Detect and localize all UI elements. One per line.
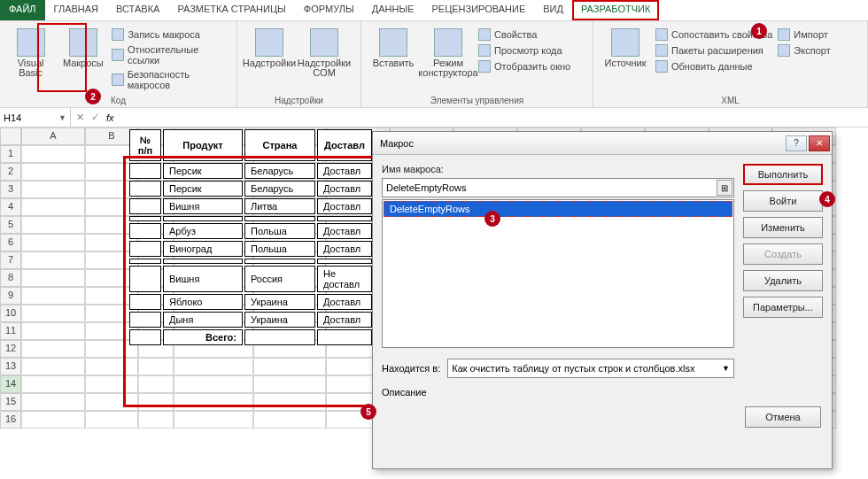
table-cell[interactable] — [317, 259, 372, 264]
cell[interactable] — [85, 358, 138, 375]
table-cell[interactable]: Персик — [163, 181, 243, 197]
row-header[interactable]: 12 — [0, 340, 21, 358]
cell[interactable] — [85, 411, 138, 429]
table-cell[interactable] — [163, 216, 243, 221]
step-button[interactable]: Войти — [743, 190, 823, 212]
cell[interactable] — [174, 358, 253, 375]
table-cell[interactable] — [129, 294, 161, 310]
xml-source-button[interactable]: Источник — [601, 25, 650, 94]
table-cell[interactable] — [244, 329, 315, 345]
table-cell[interactable]: Виноград — [163, 241, 243, 257]
tab-data[interactable]: ДАННЫЕ — [363, 0, 423, 20]
cell[interactable] — [21, 322, 85, 340]
table-cell[interactable]: Польша — [244, 223, 315, 239]
row-header[interactable]: 16 — [0, 411, 21, 429]
map-props-button[interactable]: Сопоставить свойства — [655, 28, 772, 41]
table-cell[interactable] — [317, 329, 372, 345]
select-all-corner[interactable] — [0, 127, 21, 145]
row-header[interactable]: 1 — [0, 145, 21, 163]
table-cell[interactable]: Арбуз — [163, 223, 243, 239]
table-cell[interactable] — [244, 216, 315, 221]
row-header[interactable]: 7 — [0, 251, 21, 269]
cell[interactable] — [253, 393, 326, 411]
dialog-titlebar[interactable]: Макрос ? ✕ — [373, 132, 832, 155]
table-cell[interactable]: Доставл — [317, 198, 372, 214]
table-cell[interactable]: Доставл — [317, 223, 372, 239]
expansion-packs-button[interactable]: Пакеты расширения — [655, 44, 772, 57]
table-cell[interactable] — [129, 198, 161, 214]
table-cell[interactable] — [129, 223, 161, 239]
cell[interactable] — [21, 411, 85, 429]
delete-button[interactable]: Удалить — [743, 270, 823, 291]
cell[interactable] — [21, 181, 85, 198]
table-cell[interactable] — [129, 259, 161, 264]
options-button[interactable]: Параметры... — [743, 297, 823, 318]
cell[interactable] — [21, 358, 85, 375]
visual-basic-button[interactable]: Visual Basic — [7, 25, 54, 94]
table-cell[interactable]: Доставл — [317, 312, 372, 328]
cell[interactable] — [85, 375, 138, 393]
row-header[interactable]: 11 — [0, 322, 21, 340]
row-header[interactable]: 4 — [0, 198, 21, 216]
cell[interactable] — [138, 375, 174, 393]
cancel-button[interactable]: Отмена — [745, 406, 821, 428]
cell[interactable] — [253, 358, 326, 375]
table-cell[interactable] — [317, 216, 372, 221]
row-header[interactable]: 14 — [0, 375, 21, 393]
tab-home[interactable]: ГЛАВНАЯ — [45, 0, 107, 20]
table-cell[interactable]: Доставл — [317, 294, 372, 310]
column-header[interactable]: A — [21, 127, 85, 145]
table-cell[interactable]: Яблоко — [163, 294, 243, 310]
table-cell[interactable]: Литва — [244, 198, 315, 214]
edit-button[interactable]: Изменить — [743, 217, 823, 238]
table-cell[interactable]: Персик — [163, 163, 243, 179]
cell[interactable] — [253, 375, 326, 393]
name-box[interactable]: H14▼ — [0, 108, 71, 127]
row-header[interactable]: 2 — [0, 163, 21, 181]
macro-security-button[interactable]: Безопасность макросов — [112, 69, 229, 90]
help-button[interactable]: ? — [786, 135, 807, 151]
cell[interactable] — [21, 145, 85, 163]
table-cell[interactable]: Вишня — [163, 198, 243, 214]
location-select[interactable]: Как очистить таблицу от пустых строк и с… — [447, 359, 734, 378]
table-cell[interactable] — [129, 241, 161, 257]
close-button[interactable]: ✕ — [809, 135, 830, 151]
addins-button[interactable]: Надстройки — [244, 25, 294, 94]
export-button[interactable]: Экспорт — [778, 44, 830, 57]
table-cell[interactable]: Украина — [244, 312, 315, 328]
table-cell[interactable]: Вишня — [163, 266, 243, 292]
cell[interactable] — [21, 198, 85, 216]
table-cell[interactable] — [129, 266, 161, 292]
table-cell[interactable] — [244, 259, 315, 264]
row-header[interactable]: 8 — [0, 269, 21, 287]
table-cell[interactable] — [129, 216, 161, 221]
tab-developer[interactable]: РАЗРАБОТЧИК — [572, 0, 659, 20]
macro-list[interactable]: DeleteEmptyRows — [382, 199, 734, 348]
enter-formula-icon[interactable]: ✓ — [91, 112, 99, 123]
view-code-button[interactable]: Просмотр кода — [478, 44, 570, 57]
table-cell[interactable]: Не доставл — [317, 266, 372, 292]
row-header[interactable]: 15 — [0, 393, 21, 411]
table-cell[interactable] — [163, 259, 243, 264]
macro-name-input[interactable] — [382, 178, 734, 197]
cell[interactable] — [174, 411, 253, 429]
com-addins-button[interactable]: Надстройки COM — [299, 25, 349, 94]
cell[interactable] — [21, 393, 85, 411]
tab-formulas[interactable]: ФОРМУЛЫ — [295, 0, 363, 20]
cell[interactable] — [174, 375, 253, 393]
cell[interactable] — [21, 216, 85, 234]
cell[interactable] — [174, 393, 253, 411]
table-cell[interactable] — [129, 163, 161, 179]
properties-button[interactable]: Свойства — [478, 28, 570, 41]
table-cell[interactable]: Доставл — [317, 181, 372, 197]
table-cell[interactable]: Беларусь — [244, 181, 315, 197]
fx-icon[interactable]: fx — [106, 112, 114, 123]
row-header[interactable]: 9 — [0, 287, 21, 305]
table-cell[interactable] — [129, 181, 161, 197]
show-window-button[interactable]: Отобразить окно — [478, 60, 570, 73]
row-header[interactable]: 3 — [0, 181, 21, 198]
formula-input[interactable] — [114, 108, 868, 127]
design-mode-button[interactable]: Режим конструктора — [423, 25, 473, 94]
cancel-formula-icon[interactable]: ✕ — [76, 112, 84, 123]
macro-list-item[interactable]: DeleteEmptyRows — [384, 201, 732, 217]
